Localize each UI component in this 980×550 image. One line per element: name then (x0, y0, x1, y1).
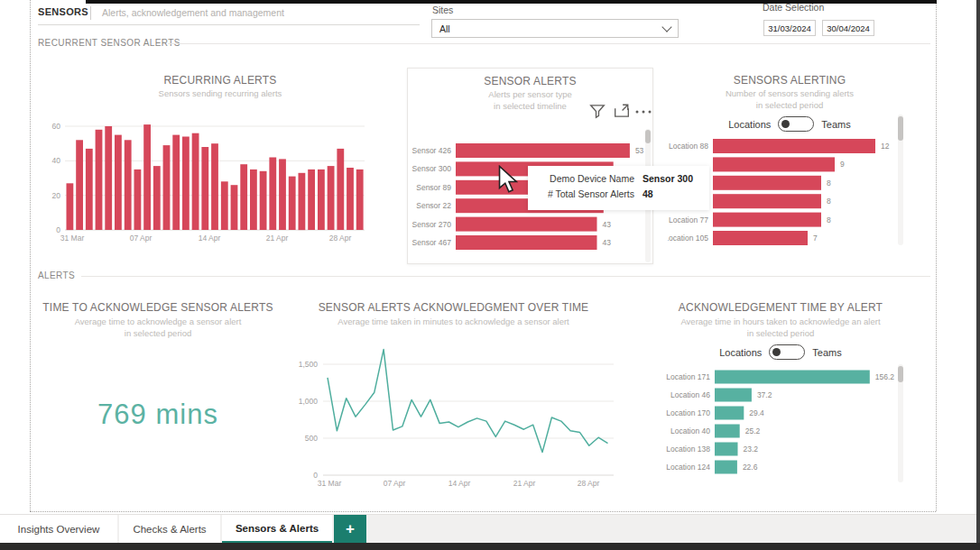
category-label: Location 40 (670, 426, 710, 435)
section-alerts-label: ALERTS (38, 270, 75, 280)
recurring-bar[interactable] (240, 164, 247, 230)
header-underline (38, 24, 420, 25)
recurring-bar[interactable] (172, 135, 180, 230)
tooltip: Demo Device Name Sensor 300 # Total Sens… (528, 166, 709, 210)
page-title: SENSORS (38, 6, 88, 17)
recurring-bar[interactable] (260, 171, 267, 230)
category-label: Location 171 (666, 372, 710, 381)
recurring-bar[interactable] (192, 133, 199, 230)
category-label: Sensor 89 (416, 183, 451, 192)
recurring-bar[interactable] (201, 147, 208, 230)
bar[interactable] (715, 443, 738, 456)
recurring-bar[interactable] (289, 177, 296, 230)
recurring-bar[interactable] (115, 135, 122, 230)
sites-dropdown-value: All (439, 23, 450, 34)
category-label: Sensor 467 (412, 238, 452, 247)
recurring-bar[interactable] (250, 170, 257, 230)
bar[interactable] (715, 407, 744, 420)
right-edge-strip (976, 0, 980, 543)
bar[interactable] (713, 194, 821, 208)
recurring-bar[interactable] (356, 170, 364, 230)
tooltip-label: Demo Device Name (535, 171, 634, 187)
y-tick-label: 1,500 (299, 360, 319, 369)
category-label: Location 88 (669, 142, 708, 151)
date-to-input[interactable]: 30/04/2024 (822, 20, 874, 36)
recurring-bar[interactable] (221, 181, 228, 230)
y-tick-label: 1,000 (299, 397, 319, 406)
y-tick-label: 40 (52, 156, 61, 165)
recurring-bar[interactable] (231, 185, 238, 230)
x-tick-label: 31 Mar (60, 234, 85, 243)
x-tick-label: 07 Apr (384, 479, 406, 488)
recurring-bar[interactable] (125, 140, 132, 230)
sites-dropdown[interactable]: All (431, 19, 679, 38)
value-label: 43 (603, 220, 612, 229)
recurring-bar[interactable] (269, 158, 276, 231)
time-to-acknowledge-card: TIME TO ACKNOWLEDGE SENSOR ALERTS Averag… (41, 298, 275, 505)
x-tick-label: 21 Apr (513, 479, 536, 488)
bar[interactable] (456, 143, 630, 158)
recurring-bar[interactable] (96, 130, 103, 230)
bar[interactable] (713, 231, 808, 245)
recurring-bar[interactable] (328, 166, 335, 230)
recurring-bar[interactable] (211, 143, 218, 230)
bar[interactable] (713, 157, 835, 171)
recurring-alerts-card: RECURRING ALERTS Sensors sending recurri… (41, 67, 400, 263)
y-tick-label: 60 (52, 122, 61, 131)
recurring-bar[interactable] (153, 166, 161, 230)
sensor-alerts-scrollbar-thumb[interactable] (645, 130, 651, 143)
bar[interactable] (715, 389, 752, 402)
value-label: 53 (635, 146, 644, 155)
ack-time-scrollbar-thumb[interactable] (898, 366, 903, 382)
x-tick-label: 14 Apr (199, 234, 221, 243)
recurring-bar[interactable] (347, 168, 354, 230)
sensors-alerting-scrollbar-thumb[interactable] (898, 116, 903, 141)
bar[interactable] (715, 425, 740, 438)
bar[interactable] (456, 217, 597, 232)
recurring-bar[interactable] (308, 170, 315, 230)
category-label: Location 124 (666, 463, 710, 472)
recurring-bar[interactable] (279, 159, 286, 230)
add-page-button[interactable]: + (334, 515, 366, 544)
value-label: 8 (827, 215, 831, 225)
date-from-input[interactable]: 31/03/2024 (763, 20, 816, 36)
bar[interactable] (715, 461, 737, 474)
section-recurrent-line (168, 43, 930, 44)
recurring-bar[interactable] (299, 173, 306, 230)
section-recurrent-label: RECURRENT SENSOR ALERTS (38, 38, 180, 48)
tab-checks-and-alerts[interactable]: Checks & Alerts (119, 515, 220, 544)
ack-time-by-alert-chart[interactable]: Location 171156.2Location 4637.2Location… (650, 298, 911, 505)
recurring-bar[interactable] (143, 124, 151, 230)
tooltip-value: Sensor 300 (643, 171, 693, 187)
recurring-bar[interactable] (67, 183, 74, 230)
recurring-bar[interactable] (76, 140, 83, 230)
recurring-bar[interactable] (182, 137, 190, 231)
ack-over-time-chart[interactable]: 05001,0001,50031 Mar07 Apr14 Apr21 Apr28… (280, 298, 627, 505)
tab-sensors-and-alerts[interactable]: Sensors & Alerts (222, 515, 332, 544)
recurring-alerts-chart[interactable]: 020406031 Mar07 Apr14 Apr21 Apr28 Apr (41, 67, 400, 263)
x-tick-label: 14 Apr (448, 479, 471, 488)
recurring-bar[interactable] (163, 145, 171, 230)
recurring-bar[interactable] (86, 149, 93, 230)
recurring-bar[interactable] (105, 126, 112, 230)
canvas-border-bottom (30, 511, 936, 512)
recurring-bar[interactable] (337, 149, 344, 230)
category-label: Location 105 (668, 234, 708, 243)
tooltip-label: # Total Sensor Alerts (535, 187, 634, 202)
bar[interactable] (715, 371, 870, 384)
y-tick-label: 20 (52, 191, 61, 200)
mouse-cursor (498, 165, 518, 194)
value-label: 37.2 (757, 390, 772, 399)
bar[interactable] (713, 213, 821, 227)
tooltip-value: 48 (643, 187, 653, 202)
recurring-bar[interactable] (134, 170, 142, 230)
bar[interactable] (713, 176, 821, 190)
recurring-bar[interactable] (318, 170, 325, 230)
value-label: 9 (840, 160, 845, 169)
tab-insights-overview[interactable]: Insights Overview (0, 515, 117, 544)
value-label: 29.4 (749, 408, 764, 417)
bar[interactable] (713, 139, 875, 153)
canvas-border-right (936, 0, 937, 511)
value-label: 22.6 (743, 463, 758, 472)
bar[interactable] (456, 235, 597, 250)
